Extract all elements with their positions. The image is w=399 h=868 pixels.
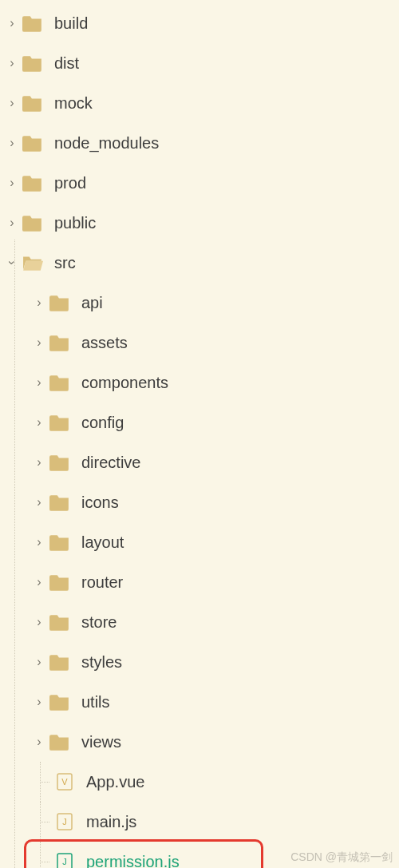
folder-icon xyxy=(49,653,70,671)
tree-item-label: components xyxy=(81,374,168,392)
tree-item-api[interactable]: › api xyxy=(0,283,399,323)
tree-item-label: layout xyxy=(81,533,124,552)
tree-item-label: App.vue xyxy=(86,773,144,791)
tree-item-store[interactable]: › store xyxy=(0,602,399,642)
chevron-right-icon: › xyxy=(34,335,45,350)
tree-item-dist[interactable]: › dist xyxy=(0,43,399,83)
tree-item-label: public xyxy=(54,214,96,232)
chevron-right-icon: › xyxy=(34,375,45,390)
tree-item-assets[interactable]: › assets xyxy=(0,323,399,363)
chevron-down-icon: › xyxy=(5,257,19,268)
folder-icon xyxy=(49,454,70,471)
folder-icon xyxy=(22,174,43,192)
tree-item-label: api xyxy=(81,294,103,312)
chevron-right-icon: › xyxy=(6,216,18,230)
folder-icon xyxy=(49,693,70,711)
tree-item-label: styles xyxy=(81,653,122,672)
tree-item-node-modules[interactable]: › node_modules xyxy=(0,123,399,163)
folder-icon xyxy=(49,733,70,751)
folder-icon xyxy=(49,414,70,431)
folder-icon xyxy=(49,613,70,631)
folder-icon xyxy=(49,374,70,391)
folder-icon xyxy=(22,54,43,72)
chevron-right-icon: › xyxy=(6,16,18,30)
tree-item-label: build xyxy=(54,14,88,33)
tree-item-router[interactable]: › router xyxy=(0,562,399,602)
chevron-right-icon: › xyxy=(6,56,18,70)
chevron-right-icon: › xyxy=(34,655,45,669)
tree-item-src[interactable]: › src xyxy=(0,243,399,283)
chevron-right-icon: › xyxy=(6,176,18,190)
tree-item-label: router xyxy=(81,573,123,592)
tree-item-label: dist xyxy=(54,54,79,73)
js-file-icon xyxy=(54,853,75,868)
chevron-right-icon: › xyxy=(34,535,45,549)
tree-item-label: icons xyxy=(81,493,119,512)
tree-item-label: views xyxy=(81,733,121,751)
tree-item-build[interactable]: › build xyxy=(0,3,399,43)
chevron-right-icon: › xyxy=(34,575,45,589)
tree-item-mock[interactable]: › mock xyxy=(0,83,399,123)
vue-file-icon xyxy=(54,773,75,791)
chevron-right-icon: › xyxy=(34,695,45,709)
chevron-right-icon: › xyxy=(34,495,45,509)
tree-item-label: directive xyxy=(81,454,140,472)
folder-icon xyxy=(22,94,43,112)
tree-item-views[interactable]: › views xyxy=(0,722,399,762)
chevron-right-icon: › xyxy=(34,295,45,310)
chevron-right-icon: › xyxy=(34,735,45,749)
folder-icon xyxy=(49,334,70,351)
tree-item-main-js[interactable]: main.js xyxy=(0,802,399,842)
folder-icon xyxy=(49,294,70,311)
tree-item-label: utils xyxy=(81,693,110,711)
tree-item-utils[interactable]: › utils xyxy=(0,682,399,722)
tree-item-icons[interactable]: › icons xyxy=(0,482,399,522)
tree-item-label: mock xyxy=(54,94,93,113)
tree-item-label: permission.js xyxy=(86,853,180,869)
tree-item-label: src xyxy=(54,254,76,272)
file-tree: › build › dist › mock › node_modules › p… xyxy=(0,0,399,868)
watermark: CSDN @青城第一剑 xyxy=(290,850,393,865)
tree-item-label: assets xyxy=(81,334,128,352)
tree-item-layout[interactable]: › layout xyxy=(0,522,399,562)
tree-item-label: config xyxy=(81,414,124,432)
folder-icon xyxy=(49,533,70,551)
tree-item-label: main.js xyxy=(86,813,136,831)
tree-item-components[interactable]: › components xyxy=(0,363,399,402)
chevron-right-icon: › xyxy=(34,455,45,470)
tree-item-app-vue[interactable]: App.vue xyxy=(0,762,399,802)
tree-item-config[interactable]: › config xyxy=(0,402,399,442)
tree-item-label: store xyxy=(81,613,117,632)
js-file-icon xyxy=(54,813,75,830)
tree-item-public[interactable]: › public xyxy=(0,203,399,243)
tree-item-directive[interactable]: › directive xyxy=(0,442,399,482)
chevron-right-icon: › xyxy=(34,615,45,629)
chevron-right-icon: › xyxy=(6,96,18,110)
folder-icon xyxy=(22,134,43,152)
folder-open-icon xyxy=(22,254,43,271)
folder-icon xyxy=(22,14,43,32)
tree-item-styles[interactable]: › styles xyxy=(0,642,399,682)
tree-item-prod[interactable]: › prod xyxy=(0,163,399,203)
folder-icon xyxy=(49,573,70,591)
tree-item-label: prod xyxy=(54,174,86,192)
folder-icon xyxy=(22,214,43,232)
chevron-right-icon: › xyxy=(34,415,45,430)
folder-icon xyxy=(49,493,70,511)
chevron-right-icon: › xyxy=(6,136,18,150)
tree-item-label: node_modules xyxy=(54,134,159,153)
